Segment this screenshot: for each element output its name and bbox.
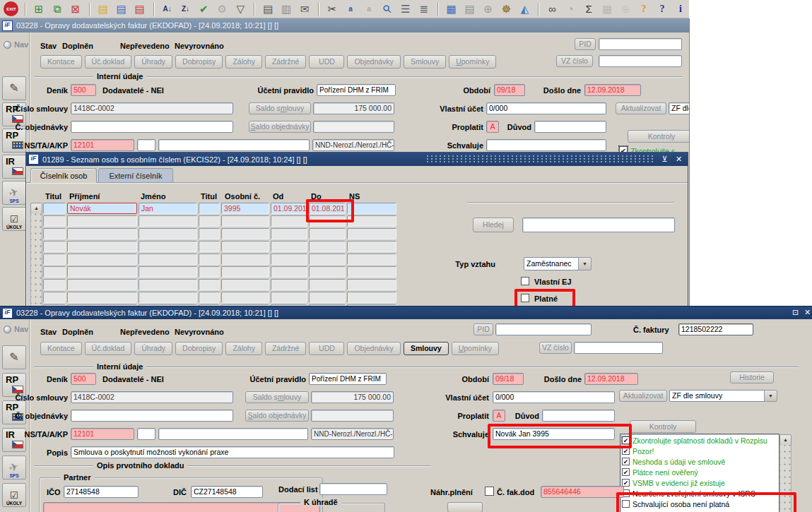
platne-checkbox[interactable]	[521, 294, 529, 302]
exit-button[interactable]: EXIT	[3, 1, 20, 18]
duvod-field[interactable]	[542, 410, 615, 422]
tab-ciselnik-osob[interactable]: Číselník osob	[30, 168, 97, 183]
table-row[interactable]	[43, 266, 396, 278]
dodaci-list-field[interactable]	[319, 483, 387, 495]
clipped-button[interactable]	[447, 502, 483, 512]
cancel-query-icon[interactable]: ▤	[131, 1, 148, 18]
doc-tab-button[interactable]: Zálohy	[225, 342, 262, 355]
table-row[interactable]	[43, 279, 396, 290]
doc-tab-button[interactable]: UDD	[309, 342, 344, 355]
print-setup-icon[interactable]: ▥	[278, 1, 295, 18]
sort-asc-icon[interactable]: A↓	[159, 1, 176, 18]
print-icon[interactable]: ▤	[259, 1, 276, 18]
vz-field[interactable]	[599, 55, 682, 67]
doc-tab-button[interactable]: Úhrady	[134, 342, 172, 355]
zf-dropdown-clipped[interactable]: ZF dle smlouvy	[669, 102, 690, 114]
helm-icon[interactable]: ☸	[498, 1, 515, 18]
ns-field[interactable]: 12101	[71, 428, 134, 440]
aktualizovat-button[interactable]: Aktualizovat	[616, 102, 666, 114]
doc-tab-button[interactable]: Úč.doklad	[85, 342, 132, 355]
dic-field[interactable]: CZ27148548	[191, 486, 263, 498]
check-item[interactable]: ✔ Pozor!	[622, 447, 777, 455]
context-help-icon[interactable]: ?	[635, 1, 652, 18]
objednavky-field[interactable]	[71, 121, 233, 133]
doc-tab-button[interactable]: Objednávky	[347, 342, 400, 355]
doc-tab-button[interactable]: Dobropisy	[175, 55, 223, 69]
table-row[interactable]	[43, 215, 396, 227]
proplatit-field[interactable]: A	[493, 410, 505, 422]
vz-field[interactable]	[574, 342, 663, 354]
table-row[interactable]	[43, 241, 396, 252]
execute-query-icon[interactable]: ▤	[113, 1, 130, 18]
proplatit-field[interactable]: A	[486, 121, 499, 133]
ico-field[interactable]: 27148548	[64, 486, 139, 498]
denik-field[interactable]: 500	[71, 84, 96, 96]
insert-record-icon[interactable]: ⊞	[30, 1, 47, 18]
tab-externi-ciselnik[interactable]: Externí číselník	[98, 168, 173, 183]
check-checkbox[interactable]: ✔	[622, 447, 630, 455]
zf-dropdown[interactable]: ZF dle smlouvy ▼	[669, 390, 777, 402]
hledej-button[interactable]: Hledej	[473, 218, 514, 232]
saldo-smlouvy-button[interactable]: Saldo smlouvy	[245, 391, 309, 403]
web-icon[interactable]: ⊕	[480, 1, 497, 18]
doc-tab-button[interactable]: Objednávky	[347, 55, 400, 69]
minimize-button[interactable]: ⊻	[659, 154, 670, 164]
cfakdod-field[interactable]: 855646446	[541, 486, 624, 498]
check-item[interactable]: ✔ Plátce není ověřený	[622, 468, 777, 476]
pid-button[interactable]: PID	[575, 38, 596, 50]
dropdown-arrow-icon[interactable]: ▼	[578, 257, 592, 270]
filter-icon[interactable]: ▽	[232, 1, 249, 18]
search-field[interactable]	[522, 218, 675, 232]
cislo-smlouvy-field[interactable]: 1418C-0002	[71, 391, 233, 403]
vz-button[interactable]: VZ číslo	[539, 342, 572, 354]
saldo-smlouvy-button[interactable]: Saldo smlouvy	[249, 102, 311, 114]
sps-button[interactable]: ✈ SPS	[2, 456, 26, 480]
check-checkbox[interactable]: ✔	[622, 436, 630, 444]
check-item[interactable]: ✔ Zkontrolujte splatnosti dokladů v Rozp…	[622, 436, 777, 444]
pid-button[interactable]: PID	[473, 323, 493, 335]
typ-vztahu-dropdown[interactable]: Zaměstnanec ▼	[524, 257, 592, 270]
table-row[interactable]	[43, 254, 396, 265]
ukoly-button[interactable]: ☑ ÚKOLY	[2, 483, 26, 507]
nav-toggle[interactable]: Nav	[4, 40, 28, 49]
cut-icon[interactable]: ✂	[324, 1, 341, 18]
pravidlo-field[interactable]: Pořízení DHM z FRIM	[309, 373, 387, 385]
doc-tab-button[interactable]: Dobropisy	[175, 342, 223, 355]
ukoly-button[interactable]: ☑ ÚKOLY	[2, 207, 26, 231]
close-button[interactable]: ✕	[802, 307, 812, 317]
vlastni-ucet-field[interactable]: 0/000	[486, 102, 606, 114]
doc-tab-button[interactable]: Zálohy	[225, 55, 262, 69]
paste-field-icon[interactable]: a	[360, 1, 377, 18]
doc-tab-button[interactable]: Zádržné	[265, 342, 307, 355]
kontroly-button[interactable]: Kontroly	[630, 420, 696, 433]
doc-tab-button[interactable]: Upomínky	[452, 342, 499, 355]
enter-query-icon[interactable]: ▤	[95, 1, 112, 18]
check-item[interactable]: Schvalující osoba není platná	[622, 500, 777, 508]
schvaluje-field[interactable]: Novák Jan 3995	[493, 428, 615, 440]
sum-icon[interactable]: Σ	[580, 1, 597, 18]
doc-tab-button[interactable]: Kontace	[40, 55, 82, 69]
table-row[interactable]: Novák Jan 3995 01.09.2011 01.08.2013	[43, 203, 396, 214]
sps-button[interactable]: ✈ SPS	[2, 181, 26, 205]
ns-field[interactable]: 12101	[71, 139, 134, 151]
objednavky-field[interactable]	[71, 410, 233, 422]
doc-tab-button[interactable]: Zádržné	[265, 55, 307, 69]
table-row[interactable]	[43, 228, 396, 239]
sort-desc-icon[interactable]: Z↓	[177, 1, 194, 18]
notes-button[interactable]: ✎	[2, 345, 26, 369]
ns-mid-field[interactable]	[137, 139, 155, 151]
dropdown-arrow-icon[interactable]: ▼	[764, 390, 777, 402]
check-checkbox[interactable]: ✔	[622, 458, 630, 465]
review-icon[interactable]: ∞	[543, 1, 560, 18]
obdobi-field[interactable]: 09/18	[493, 373, 524, 385]
doc-tab-button[interactable]: Kontace	[40, 342, 82, 355]
saldo-objednavky-button[interactable]: Saldo objednávky	[249, 121, 311, 133]
doslo-field[interactable]: 12.09.2018	[584, 84, 641, 96]
historie-button[interactable]: Historie	[730, 371, 774, 383]
ns-mid-field[interactable]	[137, 428, 155, 440]
close-button[interactable]: ✕	[673, 154, 684, 164]
doc-tab-button[interactable]: Upomínky	[449, 55, 496, 69]
beacon-icon[interactable]: ◭	[516, 1, 533, 18]
check-item[interactable]: ✔ Neshoda s údaji ve smlouvě	[622, 458, 777, 465]
saldo-objednavky-button[interactable]: Saldo objednávky	[245, 410, 309, 422]
